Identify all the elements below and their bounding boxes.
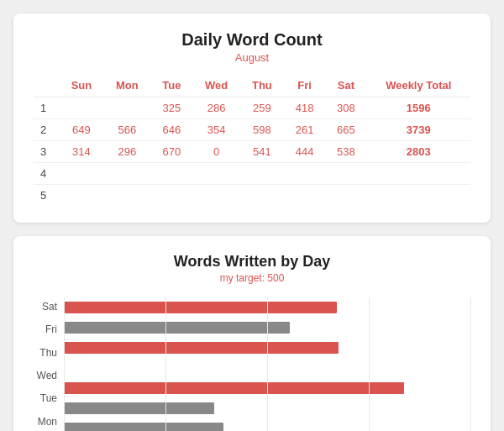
chart-body: 0200400600800 words [64, 297, 470, 431]
day-count: 541 [240, 141, 284, 163]
weekly-total: 2803 [367, 141, 470, 163]
chart-y-labels: SatFriThuWedTueMonSun [34, 297, 64, 431]
chart-area: SatFriThuWedTueMonSun 0200400600800 word… [34, 297, 470, 431]
col-total: Weekly Total [367, 74, 470, 97]
week-num: 5 [34, 185, 59, 207]
y-label: Mon [34, 417, 57, 427]
table-row: 331429667005414445382803 [34, 141, 470, 163]
table-row: 13252862594183081596 [34, 97, 470, 119]
day-count [103, 163, 150, 185]
table-subtitle: August [34, 51, 470, 64]
bar-row [64, 381, 470, 396]
y-label: Thu [34, 348, 57, 358]
weekly-total: 1596 [367, 97, 470, 119]
day-count [284, 185, 325, 207]
day-count [150, 185, 192, 207]
day-count [59, 163, 103, 185]
day-count: 649 [59, 119, 103, 141]
day-count [240, 163, 284, 185]
col-wed: Wed [192, 74, 240, 97]
day-count [59, 97, 103, 119]
header-row: Sun Mon Tue Wed Thu Fri Sat Weekly Total [34, 74, 470, 97]
bar-row [64, 421, 470, 431]
bar [64, 322, 290, 334]
y-label: Wed [34, 371, 57, 381]
day-count [192, 163, 240, 185]
bar-row [64, 320, 470, 335]
week-num: 1 [34, 97, 59, 119]
day-count: 286 [192, 97, 240, 119]
day-count: 259 [240, 97, 284, 119]
day-count: 0 [192, 141, 240, 163]
day-count: 598 [240, 119, 284, 141]
day-count: 354 [192, 119, 240, 141]
day-count [325, 185, 366, 207]
day-count [59, 185, 103, 207]
y-label: Sat [34, 302, 57, 312]
table-title: Daily Word Count [34, 30, 470, 50]
col-fri: Fri [284, 74, 325, 97]
bar [64, 382, 404, 394]
day-count: 296 [103, 141, 150, 163]
col-sun: Sun [59, 74, 103, 97]
chart-subtitle: my target: 500 [34, 272, 470, 284]
bar [64, 402, 214, 414]
day-count: 538 [325, 141, 366, 163]
week-num: 3 [34, 141, 59, 163]
weekly-total: 3739 [367, 119, 470, 141]
day-count [103, 97, 150, 119]
table-row: 26495666463545982616653739 [34, 119, 470, 141]
bars-container [64, 297, 470, 431]
day-count [150, 163, 192, 185]
table-row: 4 [34, 163, 470, 185]
weekly-total [367, 185, 470, 207]
day-count: 566 [103, 119, 150, 141]
bar [64, 302, 337, 313]
table-row: 5 [34, 185, 470, 207]
table-header: Sun Mon Tue Wed Thu Fri Sat Weekly Total [34, 74, 470, 97]
day-count: 261 [284, 119, 325, 141]
week-num: 4 [34, 163, 59, 185]
day-count [103, 185, 150, 207]
day-count [284, 163, 325, 185]
week-num: 2 [34, 119, 59, 141]
bar-row [64, 340, 470, 355]
day-count [240, 185, 284, 207]
day-count: 646 [150, 119, 192, 141]
day-count: 665 [325, 119, 366, 141]
day-count: 308 [325, 97, 366, 119]
bar-row [64, 360, 470, 376]
col-week [34, 74, 59, 97]
y-label: Tue [34, 393, 57, 403]
day-count: 314 [59, 141, 103, 163]
weekly-total [367, 163, 470, 185]
day-count: 444 [284, 141, 325, 163]
day-count: 418 [284, 97, 325, 119]
word-count-table: Sun Mon Tue Wed Thu Fri Sat Weekly Total… [34, 74, 470, 206]
table-card: Daily Word Count August Sun Mon Tue Wed … [13, 13, 491, 223]
bar-row [64, 300, 470, 315]
day-count [192, 185, 240, 207]
y-label: Fri [34, 324, 57, 334]
day-count: 325 [150, 97, 192, 119]
col-mon: Mon [103, 74, 150, 97]
grid-line [470, 297, 471, 431]
bar-row [64, 401, 470, 416]
day-count: 670 [150, 141, 192, 163]
table-body: 1325286259418308159626495666463545982616… [34, 97, 470, 207]
chart-card: Words Written by Day my target: 500 SatF… [13, 236, 491, 431]
col-sat: Sat [325, 74, 366, 97]
col-tue: Tue [150, 74, 192, 97]
chart-title: Words Written by Day [34, 253, 470, 271]
col-thu: Thu [240, 74, 284, 97]
bar [64, 423, 223, 431]
day-count [325, 163, 366, 185]
bar [64, 342, 339, 354]
